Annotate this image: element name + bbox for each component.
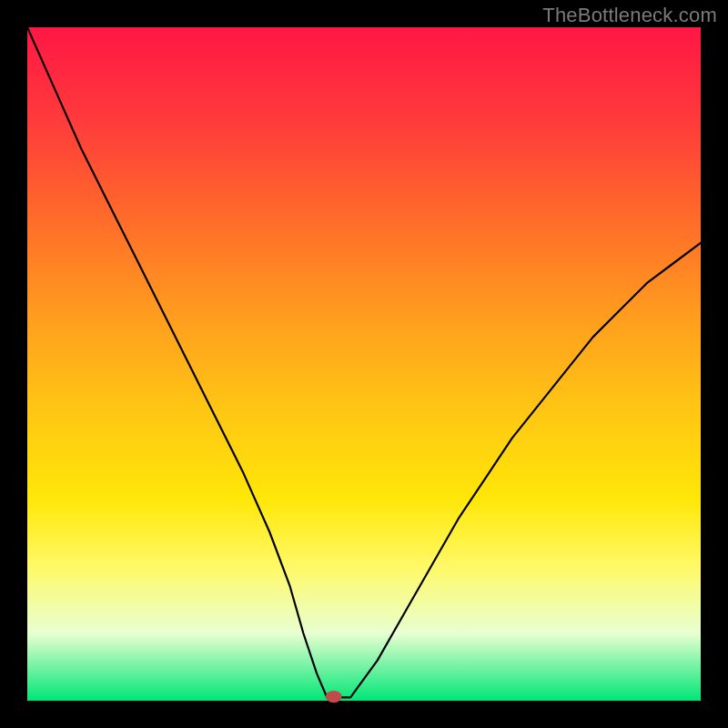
bottleneck-chart — [0, 0, 728, 728]
chart-frame: TheBottleneck.com — [0, 0, 728, 728]
watermark-text: TheBottleneck.com — [542, 4, 717, 27]
plot-background — [27, 27, 701, 701]
marker-min-point — [326, 691, 342, 703]
